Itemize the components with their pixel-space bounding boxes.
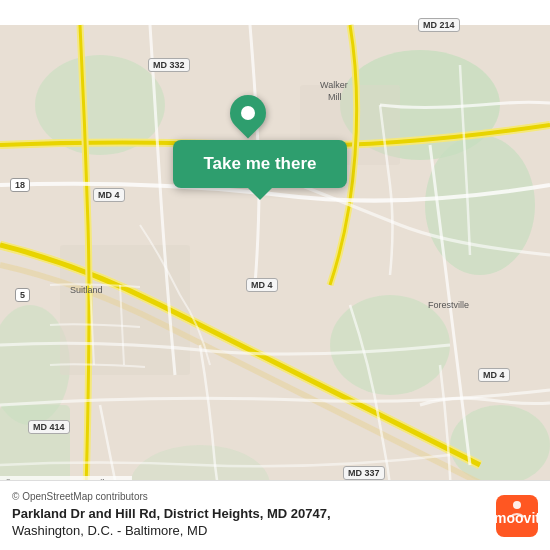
location-pin-inner: [241, 106, 255, 120]
shield-md4-right: MD 4: [478, 368, 510, 382]
location-pin-container: [230, 95, 266, 131]
shield-md4-left: MD 4: [93, 188, 125, 202]
shield-md4-center: MD 4: [246, 278, 278, 292]
place-label-walker-mill-2: Mill: [328, 92, 342, 102]
svg-point-3: [330, 295, 450, 395]
moovit-icon: moovit: [496, 495, 538, 537]
take-me-there-button[interactable]: Take me there: [173, 140, 346, 188]
openstreetmap-text: OpenStreetMap contributors: [22, 491, 148, 502]
take-me-there-container[interactable]: Take me there: [150, 140, 370, 188]
moovit-logo: moovit: [496, 495, 538, 537]
place-label-walker-mill: Walker: [320, 80, 348, 90]
svg-text:moovit: moovit: [496, 510, 538, 526]
bottom-bar-left: © OpenStreetMap contributors Parkland Dr…: [12, 491, 486, 540]
map-background: [0, 0, 550, 550]
shield-md214: MD 214: [418, 18, 460, 32]
svg-point-13: [513, 501, 521, 509]
bottom-bar: © OpenStreetMap contributors Parkland Dr…: [0, 480, 550, 550]
shield-rt5: 5: [15, 288, 30, 302]
place-label-suitland: Suitland: [70, 285, 103, 295]
shield-md332: MD 332: [148, 58, 190, 72]
shield-rt18: 18: [10, 178, 30, 192]
shield-md337: MD 337: [343, 466, 385, 480]
map-container: Walker Mill Suitland Forestville MD 214 …: [0, 0, 550, 550]
attribution-text: © OpenStreetMap contributors: [12, 491, 486, 502]
address-line1: Parkland Dr and Hill Rd, District Height…: [12, 506, 486, 523]
place-label-forestville: Forestville: [428, 300, 469, 310]
address-line2: Washington, D.C. - Baltimore, MD: [12, 523, 486, 540]
svg-point-2: [425, 135, 535, 275]
shield-md414: MD 414: [28, 420, 70, 434]
copyright-symbol: ©: [12, 491, 19, 502]
location-pin: [223, 88, 274, 139]
